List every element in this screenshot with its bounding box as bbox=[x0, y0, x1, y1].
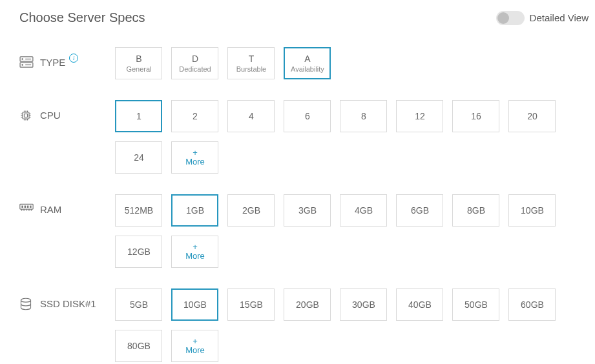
ram-option-4GB[interactable]: 4GB bbox=[340, 194, 387, 227]
disk-option-10GB[interactable]: 10GB bbox=[171, 288, 218, 321]
page-title: Choose Server Specs bbox=[19, 10, 145, 25]
option-value: 1GB bbox=[186, 205, 204, 216]
svg-point-32 bbox=[21, 298, 31, 302]
disk-options: 5GB10GB15GB20GB30GB40GB50GB60GB80GB+More bbox=[115, 288, 589, 362]
option-name: Availability bbox=[291, 65, 324, 73]
option-value: 8GB bbox=[467, 205, 485, 216]
detailed-view-label: Detailed View bbox=[530, 12, 589, 23]
detailed-view-toggle-group: Detailed View bbox=[496, 11, 589, 25]
option-value: 30GB bbox=[352, 299, 375, 310]
svg-rect-28 bbox=[21, 206, 23, 208]
cpu-option-2[interactable]: 2 bbox=[171, 100, 218, 132]
detailed-view-toggle[interactable] bbox=[496, 11, 525, 25]
cpu-option-4[interactable]: 4 bbox=[227, 100, 275, 132]
header: Choose Server Specs Detailed View bbox=[6, 10, 589, 25]
type-option-A[interactable]: AAvailability bbox=[284, 47, 331, 79]
cpu-options: 1246812162024+More bbox=[115, 100, 589, 174]
option-value: 6 bbox=[305, 111, 310, 121]
svg-rect-31 bbox=[30, 206, 32, 208]
cpu-option-16[interactable]: 16 bbox=[452, 100, 499, 132]
option-value: 24 bbox=[134, 152, 144, 163]
disk-option-60GB[interactable]: 60GB bbox=[508, 288, 556, 321]
more-label: More bbox=[185, 157, 205, 167]
ram-option-8GB[interactable]: 8GB bbox=[452, 194, 499, 227]
option-value: 50GB bbox=[465, 299, 488, 310]
option-value: 512MB bbox=[125, 205, 153, 216]
disk-option-5GB[interactable]: 5GB bbox=[115, 288, 162, 321]
ram-option-2GB[interactable]: 2GB bbox=[227, 194, 275, 227]
option-name: General bbox=[126, 65, 151, 73]
type-option-D[interactable]: DDedicated bbox=[171, 47, 218, 79]
disk-option-15GB[interactable]: 15GB bbox=[227, 288, 275, 321]
server-icon bbox=[19, 56, 34, 68]
option-value: 12 bbox=[415, 111, 425, 121]
ram-icon bbox=[19, 203, 34, 215]
svg-rect-29 bbox=[25, 206, 26, 208]
option-value: 5GB bbox=[130, 299, 148, 310]
option-value: 20GB bbox=[296, 299, 319, 310]
disk-row: SSD DISK#1 5GB10GB15GB20GB30GB40GB50GB60… bbox=[19, 288, 589, 362]
option-code: D bbox=[192, 54, 198, 64]
more-label: More bbox=[185, 345, 205, 355]
type-option-B[interactable]: BGeneral bbox=[115, 47, 162, 79]
ram-option-10GB[interactable]: 10GB bbox=[508, 194, 556, 227]
option-value: 80GB bbox=[127, 341, 151, 351]
disk-label-group: SSD DISK#1 bbox=[19, 288, 115, 309]
option-value: 10GB bbox=[521, 205, 544, 216]
ram-label-group: RAM bbox=[19, 194, 115, 215]
cpu-option-6[interactable]: 6 bbox=[284, 100, 331, 132]
ram-more-button[interactable]: +More bbox=[171, 236, 218, 268]
ram-label: RAM bbox=[40, 204, 61, 215]
option-value: 15GB bbox=[240, 299, 263, 310]
svg-rect-30 bbox=[27, 206, 29, 208]
ram-options: 512MB1GB2GB3GB4GB6GB8GB10GB12GB+More bbox=[115, 194, 589, 268]
cpu-option-12[interactable]: 12 bbox=[396, 100, 443, 132]
disk-option-30GB[interactable]: 30GB bbox=[340, 288, 387, 321]
plus-icon: + bbox=[193, 243, 198, 251]
option-value: 4GB bbox=[355, 205, 373, 216]
ram-option-12GB[interactable]: 12GB bbox=[115, 236, 162, 268]
ram-option-1GB[interactable]: 1GB bbox=[171, 194, 218, 227]
plus-icon: + bbox=[193, 337, 198, 345]
option-code: A bbox=[304, 54, 310, 64]
option-value: 16 bbox=[471, 111, 481, 121]
option-value: 2 bbox=[193, 111, 198, 121]
option-value: 60GB bbox=[521, 299, 544, 310]
cpu-option-20[interactable]: 20 bbox=[508, 100, 556, 132]
ram-option-6GB[interactable]: 6GB bbox=[396, 194, 443, 227]
cpu-label-group: CPU bbox=[19, 100, 115, 121]
option-code: B bbox=[136, 54, 141, 64]
cpu-more-button[interactable]: +More bbox=[171, 141, 218, 174]
type-label-group: TYPE i bbox=[19, 47, 115, 68]
cpu-row: CPU 1246812162024+More bbox=[19, 100, 589, 174]
ram-row: RAM 512MB1GB2GB3GB4GB6GB8GB10GB12GB+More bbox=[19, 194, 589, 268]
svg-rect-7 bbox=[25, 114, 28, 117]
cpu-option-1[interactable]: 1 bbox=[115, 100, 162, 132]
disk-label: SSD DISK#1 bbox=[40, 298, 96, 309]
disk-more-button[interactable]: +More bbox=[171, 330, 218, 362]
ram-option-3GB[interactable]: 3GB bbox=[284, 194, 331, 227]
plus-icon: + bbox=[193, 148, 198, 157]
option-code: T bbox=[249, 54, 255, 64]
type-option-T[interactable]: TBurstable bbox=[227, 47, 275, 79]
option-value: 6GB bbox=[411, 205, 429, 216]
info-icon[interactable]: i bbox=[69, 54, 78, 63]
disk-option-50GB[interactable]: 50GB bbox=[452, 288, 499, 321]
cpu-option-8[interactable]: 8 bbox=[340, 100, 387, 132]
cpu-icon bbox=[19, 109, 34, 121]
type-row: TYPE i BGeneralDDedicatedTBurstableAAvai… bbox=[19, 47, 589, 79]
toggle-knob bbox=[497, 12, 509, 24]
option-value: 2GB bbox=[242, 205, 260, 216]
svg-rect-6 bbox=[23, 112, 29, 119]
disk-option-80GB[interactable]: 80GB bbox=[115, 330, 162, 362]
svg-point-3 bbox=[22, 65, 23, 65]
option-value: 40GB bbox=[408, 299, 432, 310]
cpu-option-24[interactable]: 24 bbox=[115, 141, 162, 174]
type-label: TYPE bbox=[40, 57, 65, 68]
option-value: 12GB bbox=[127, 247, 151, 257]
ram-option-512MB[interactable]: 512MB bbox=[115, 194, 162, 227]
disk-option-40GB[interactable]: 40GB bbox=[396, 288, 443, 321]
type-options: BGeneralDDedicatedTBurstableAAvailabilit… bbox=[115, 47, 589, 79]
disk-option-20GB[interactable]: 20GB bbox=[284, 288, 331, 321]
option-name: Dedicated bbox=[179, 65, 211, 73]
